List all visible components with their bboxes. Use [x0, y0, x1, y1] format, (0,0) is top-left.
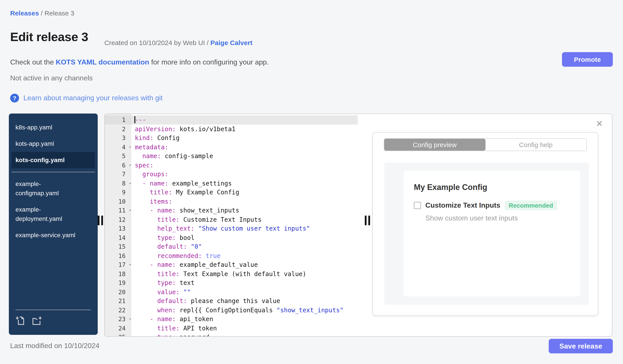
editor-code[interactable]: ---apiVersion: kots.io/v1beta1kind: Conf…: [131, 114, 358, 336]
breadcrumb-link-releases[interactable]: Releases: [10, 9, 39, 17]
close-icon[interactable]: ✕: [596, 119, 603, 128]
code-line-14[interactable]: type: bool: [131, 233, 358, 242]
channel-status: Not active in any channels: [10, 74, 93, 82]
config-preview-pane: ✕ Config preview Config help My Example …: [358, 114, 612, 336]
gutter-line-2: 2: [105, 124, 131, 133]
promote-button[interactable]: Promote: [562, 52, 613, 67]
gutter-line-7: 7: [105, 170, 131, 179]
created-text: Created on 10/10/2024 by Web UI /: [104, 39, 210, 46]
code-line-2[interactable]: apiVersion: kots.io/v1beta1: [131, 124, 358, 133]
fold-arrow-icon[interactable]: ▾: [129, 161, 131, 170]
code-line-11[interactable]: - name: show_text_inputs: [131, 206, 358, 215]
code-line-3[interactable]: kind: Config: [131, 133, 358, 142]
file-tree-item-k8s-app.yaml[interactable]: k8s-app.yaml: [9, 119, 98, 136]
save-release-button[interactable]: Save release: [549, 339, 613, 353]
release-editor-page: Releases / Release 3 Edit release 3 Crea…: [0, 0, 623, 364]
gutter-line-3: 3: [105, 133, 131, 142]
gutter-line-4: 4▾: [105, 142, 131, 152]
code-line-7[interactable]: groups:: [131, 170, 358, 179]
gutter-line-24: 24: [105, 324, 131, 333]
author-link[interactable]: Paige Calvert: [210, 39, 252, 46]
editor-gutter: 1234▾56▾78▾91011▾121314151617▾1819202122…: [105, 114, 131, 336]
kots-yaml-docs-link[interactable]: KOTS YAML documentation: [56, 58, 149, 66]
gutter-line-10: 10: [105, 197, 131, 206]
code-line-16[interactable]: recommended: true: [131, 251, 358, 260]
gutter-line-17: 17▾: [105, 260, 131, 269]
file-tree-divider: [12, 172, 95, 172]
file-tree-item-example-service.yaml[interactable]: example-service.yaml: [9, 227, 98, 243]
fold-arrow-icon[interactable]: ▾: [129, 315, 131, 324]
gutter-line-16: 16: [105, 251, 131, 260]
code-line-12[interactable]: title: Customize Text Inputs: [131, 215, 358, 224]
docs-hint-text: Check out the: [10, 58, 56, 66]
code-line-5[interactable]: name: config-sample: [131, 152, 358, 161]
code-line-6[interactable]: spec:: [131, 161, 358, 170]
breadcrumb-separator: /: [39, 9, 44, 17]
config-item-label[interactable]: Customize Text Inputs: [425, 202, 500, 209]
gutter-line-15: 15: [105, 242, 131, 251]
tab-config-preview[interactable]: Config preview: [384, 139, 485, 151]
gutter-line-25: 25: [105, 333, 131, 336]
file-tree-item-example-configmap.yaml[interactable]: example-configmap.yaml: [9, 176, 98, 202]
code-line-8[interactable]: - name: example_settings: [131, 179, 358, 188]
yaml-editor[interactable]: 1234▾56▾78▾91011▾121314151617▾1819202122…: [105, 114, 358, 336]
gutter-line-13: 13: [105, 224, 131, 233]
file-tree-footer-divider: [16, 310, 91, 310]
config-preview-panel: Config preview Config help My Example Co…: [372, 132, 598, 316]
file-tree-item-kots-config.yaml[interactable]: kots-config.yaml: [12, 152, 95, 168]
config-group-card: My Example Config Customize Text Inputs …: [404, 171, 580, 296]
gutter-line-5: 5: [105, 152, 131, 161]
last-modified-text: Last modified on 10/10/2024: [10, 342, 99, 350]
code-line-4[interactable]: metadata:: [131, 142, 358, 152]
config-checkbox-row: Customize Text Inputs Recommended: [414, 201, 580, 210]
recommended-badge: Recommended: [505, 201, 557, 210]
file-tree-item-kots-app.yaml[interactable]: kots-app.yaml: [9, 136, 98, 152]
gutter-line-19: 19: [105, 278, 131, 287]
tab-config-help[interactable]: Config help: [485, 139, 586, 151]
new-folder-icon[interactable]: [31, 315, 42, 328]
gutter-line-1: 1: [105, 115, 131, 124]
fold-arrow-icon[interactable]: ▾: [129, 206, 131, 215]
gutter-line-21: 21: [105, 296, 131, 305]
gutter-line-8: 8▾: [105, 179, 131, 188]
code-line-17[interactable]: - name: example_default_value: [131, 260, 358, 269]
page-title: Edit release 3: [10, 30, 88, 44]
gutter-line-18: 18: [105, 269, 131, 278]
code-line-21[interactable]: default: please change this value: [131, 296, 358, 305]
fold-arrow-icon[interactable]: ▾: [129, 260, 131, 269]
fold-arrow-icon[interactable]: ▾: [129, 142, 131, 152]
question-mark-icon: ?: [10, 94, 19, 102]
config-render-area: My Example Config Customize Text Inputs …: [384, 162, 589, 305]
code-line-19[interactable]: type: text: [131, 278, 358, 287]
code-line-25[interactable]: type: password: [131, 333, 358, 336]
code-line-24[interactable]: title: API token: [131, 324, 358, 333]
file-tree: k8s-app.yamlkots-app.yamlkots-config.yam…: [9, 114, 98, 335]
code-line-1[interactable]: ---: [131, 115, 358, 124]
code-line-15[interactable]: default: "0": [131, 242, 358, 251]
breadcrumb-current: Release 3: [44, 9, 74, 17]
code-line-22[interactable]: when: repl{{ ConfigOptionEquals "show_te…: [131, 305, 358, 315]
text-cursor: [134, 116, 135, 123]
config-item-help-text: Show custom user text inputs: [425, 214, 580, 222]
file-tree-item-example-deployment.yaml[interactable]: example-deployment.yaml: [9, 202, 98, 227]
code-line-10[interactable]: items:: [131, 197, 358, 206]
git-help-link[interactable]: Learn about managing your releases with …: [23, 94, 163, 102]
preview-tabs: Config preview Config help: [384, 138, 587, 151]
gutter-line-22: 22: [105, 305, 131, 315]
code-line-23[interactable]: - name: api_token: [131, 315, 358, 324]
fold-arrow-icon[interactable]: ▾: [129, 179, 131, 188]
customize-text-inputs-checkbox[interactable]: [414, 202, 421, 209]
git-help-row: ? Learn about managing your releases wit…: [10, 94, 163, 102]
gutter-line-11: 11▾: [105, 206, 131, 215]
code-line-9[interactable]: title: My Example Config: [131, 188, 358, 197]
created-info: Created on 10/10/2024 by Web UI / Paige …: [104, 39, 252, 46]
code-line-20[interactable]: value: "": [131, 287, 358, 296]
editor-container: 1234▾56▾78▾91011▾121314151617▾1819202122…: [104, 114, 612, 337]
preview-resize-handle[interactable]: [365, 216, 370, 225]
code-line-18[interactable]: title: Text Example (with default value): [131, 269, 358, 278]
file-tree-resize-handle[interactable]: [98, 216, 103, 225]
new-file-icon[interactable]: [16, 315, 25, 328]
code-line-13[interactable]: help_text: "Show custom user text inputs…: [131, 224, 358, 233]
config-group-title: My Example Config: [414, 183, 580, 192]
docs-hint-text-after: for more info on configuring your app.: [149, 58, 269, 66]
